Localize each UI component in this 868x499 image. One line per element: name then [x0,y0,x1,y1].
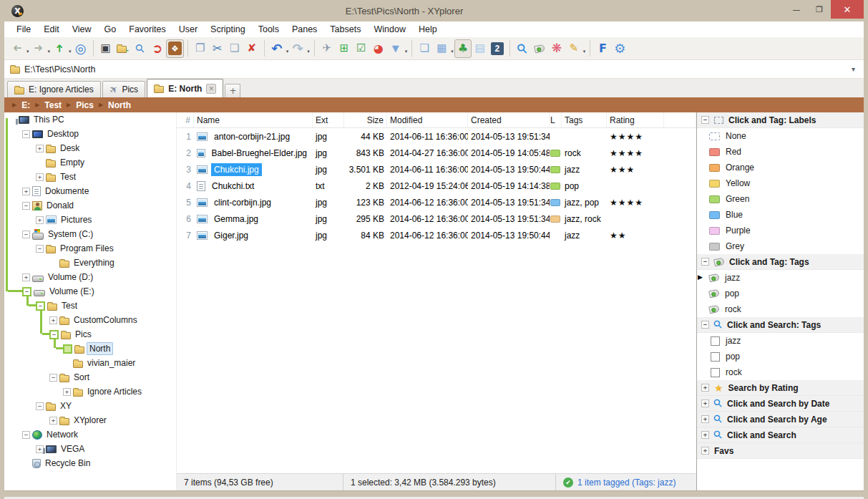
breadcrumb-item-pics[interactable]: Pics [76,100,94,110]
collapse-minus-icon[interactable]: − [22,202,30,210]
tree-item-volume-e[interactable]: −Volume (E:) [4,284,176,299]
tree-item-recycle-bin[interactable]: Recycle Bin [4,456,176,470]
details-view-button[interactable]: ▦ [433,39,450,58]
expand-plus-icon[interactable]: + [22,188,30,195]
breadcrumb-item-e[interactable]: E: [21,100,30,110]
dropdown-caret-icon[interactable]: ▾ [26,49,29,54]
tree-item-donald[interactable]: −Donald [4,198,176,213]
path-marker-icon[interactable] [63,344,72,354]
delete-button[interactable]: ✘ [243,39,260,58]
copy-button[interactable]: ❐ [192,39,209,58]
catalog-item-jazz[interactable]: jazz [697,333,864,349]
tags-button[interactable]: ❋ [548,39,565,58]
catalog-item-rock[interactable]: rock [697,364,864,380]
expand-plus-icon[interactable]: + [63,388,71,396]
catalog-section-click-and-tag-labels[interactable]: −Click and Tag: Labels [697,112,864,128]
column-header-rating[interactable]: Rating [607,112,664,127]
expand-plus-icon[interactable]: + [701,415,709,423]
column-header-created[interactable]: Created [468,112,550,127]
checkbox-selection-button[interactable]: ☑ [353,39,370,58]
dropdown-caret-icon[interactable]: ▾ [451,49,454,54]
collapse-minus-icon[interactable]: − [49,330,59,339]
collapse-minus-icon[interactable]: − [22,130,30,138]
cut-button[interactable]: ✂ [209,39,226,58]
configuration-button[interactable]: ⚙ [611,39,628,58]
checkbox[interactable] [711,352,720,362]
tree-item-network[interactable]: −Network [4,427,176,442]
collapse-minus-icon[interactable]: − [36,245,44,253]
menu-item-scripting[interactable]: Scripting [204,23,252,36]
tree-toggle-button[interactable]: ♣ [454,39,472,58]
menu-item-tools[interactable]: Tools [252,23,286,36]
menu-item-window[interactable]: Window [367,23,411,36]
expand-plus-icon[interactable]: + [49,417,57,425]
find-files-button[interactable]: ⚲ [514,39,531,58]
tree-item-system-c[interactable]: −System (C:) [4,227,176,241]
address-path[interactable]: E:\Test\Pics\North [24,64,852,74]
file-row-anton-corbijn-21-jpg[interactable]: 1anton-corbijn-21.jpgjpg44 KB2014-06-11 … [177,128,696,145]
tree-item-vivian-maier[interactable]: vivian_maier [4,356,176,370]
menu-item-go[interactable]: Go [98,23,123,36]
expand-plus-icon[interactable]: + [701,447,709,455]
browse-button[interactable]: ⚲ [132,39,149,58]
tree-item-desk[interactable]: +Desk [4,141,176,155]
file-row-chukchi-txt[interactable]: 4Chukchi.txttxt2 KB2012-04-19 15:24:0620… [177,178,696,194]
catalog-item-none[interactable]: None [697,128,864,144]
checkbox[interactable] [711,336,720,346]
tree-item-north[interactable]: North [4,341,176,356]
tree-item-test[interactable]: +Test [4,170,176,184]
collapse-minus-icon[interactable]: − [36,402,44,410]
catalog-item-green[interactable]: Green [697,191,864,207]
tree-item-everything[interactable]: Everything [4,256,176,270]
horizontal-panes-button[interactable]: ▤ [472,39,489,58]
breadcrumb-item-test[interactable]: Test [44,100,62,110]
redo-button[interactable]: ↷ [289,39,306,58]
catalog-section-favs[interactable]: +Favs [697,443,864,459]
dropdown-caret-icon[interactable]: ▾ [583,49,586,54]
catalog-item-red[interactable]: Red [697,144,864,160]
menu-item-help[interactable]: Help [412,23,444,36]
catalog-item-jazz[interactable]: ▶jazz [697,270,864,286]
file-row-gemma-jpg[interactable]: 6Gemma.jpgjpg295 KB2014-06-12 16:36:0020… [177,210,696,227]
tab-close-icon[interactable]: ✕ [206,84,216,94]
close-button[interactable]: ✕ [831,0,864,19]
new-folder-button[interactable]: + [114,39,132,58]
chevron-down-icon[interactable]: ▾ [852,65,858,73]
collapse-minus-icon[interactable]: − [49,374,57,382]
catalog-item-yellow[interactable]: Yellow [697,175,864,191]
dropdown-caret-icon[interactable]: ▾ [307,49,310,54]
collapse-minus-icon[interactable]: − [701,258,709,266]
breadcrumb-item-north[interactable]: North [108,100,131,110]
show-desktop-button[interactable]: ▣ [97,39,114,58]
tree-item-dokumente[interactable]: +Dokumente [4,184,176,198]
catalog-section-click-and-search[interactable]: +⚲Click and Search [697,427,864,443]
tab-e-north[interactable]: E: North✕ [147,79,223,97]
tree-item-volume-d[interactable]: +Volume (D:) [4,270,176,284]
column-header-[interactable]: # [177,112,194,127]
tab-e-ignore-articles[interactable]: E: Ignore Articles [7,81,101,97]
menu-item-file[interactable]: File [10,23,37,36]
column-header-modified[interactable]: Modified [387,112,468,127]
menu-item-user[interactable]: User [172,23,204,36]
expand-plus-icon[interactable]: + [36,173,44,181]
menu-item-panes[interactable]: Panes [286,23,323,36]
collapse-minus-icon[interactable]: − [36,301,45,311]
catalog-section-click-and-tag-tags[interactable]: −Click and Tag: Tags [697,254,864,270]
collapse-minus-icon[interactable]: − [22,287,31,296]
tab-pics[interactable]: ✈Pics [102,81,145,97]
dropdown-caret-icon[interactable]: ▾ [286,49,289,54]
minimize-button[interactable]: — [785,0,808,19]
column-header-name[interactable]: Name [194,112,313,127]
tree-item-sort[interactable]: −Sort [4,370,176,384]
menu-item-edit[interactable]: Edit [37,23,66,36]
undo-button[interactable]: ↶ [268,39,286,58]
status-tag-info[interactable]: ✔ 1 item tagged (Tags: jazz) [556,474,696,490]
column-header-tags[interactable]: Tags [562,112,607,127]
file-row-clint-corbijn-jpg[interactable]: 5clint-corbijn.jpgjpg123 KB2014-06-12 16… [177,194,696,210]
paste-button[interactable]: ❏ [226,39,243,58]
maximize-button[interactable]: ❐ [808,0,831,19]
collapse-minus-icon[interactable]: − [22,431,30,439]
column-header-ext[interactable]: Ext [313,112,344,127]
catalog-item-grey[interactable]: Grey [697,238,864,254]
expand-plus-icon[interactable]: + [701,384,709,392]
